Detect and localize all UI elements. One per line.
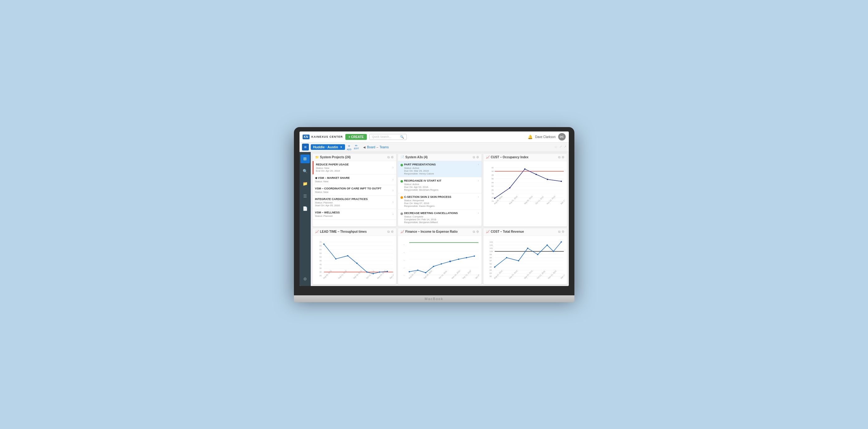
occupancy-header: 📈 CUST – Occupancy Index ⧉ ⚙ <box>484 154 567 161</box>
breadcrumb-teams[interactable]: Teams <box>380 145 389 149</box>
project-item[interactable]: VSM – COORDINATION OF CARE INPT TO OUTPT… <box>313 185 396 196</box>
settings-icon[interactable]: ⚙ <box>391 156 394 159</box>
project-meta: Status: Planned <box>315 201 393 204</box>
secondary-bar: ⊞ Huddle · Austin ▼ + ADD ✏ EDIT <box>300 143 569 152</box>
finance-chart: – – – – – <box>398 235 482 284</box>
a3-item[interactable]: C-SECTION SKIN 2 SKIN PROCESS Status: Re… <box>398 194 482 210</box>
svg-text:55: 55 <box>319 252 322 254</box>
svg-text:92: 92 <box>490 275 492 277</box>
svg-text:Aug 31, 2015: Aug 31, 2015 <box>509 195 518 205</box>
sidebar-icon-doc[interactable]: 📄 <box>301 204 310 213</box>
a3-item[interactable]: REORGANIZE IV START KIT Status: Active D… <box>398 177 482 194</box>
huddle-dropdown[interactable]: Huddle · Austin ▼ <box>311 144 345 150</box>
edit-button[interactable]: ✏ EDIT <box>354 144 359 151</box>
screen-bezel: KN KAINEXUS CENTER + CREATE Quick Search… <box>294 127 575 295</box>
share-icon[interactable]: ↗ <box>564 145 566 149</box>
copy-icon[interactable]: ⧉ <box>558 156 560 159</box>
app-name: KAINEXUS CENTER <box>311 135 343 138</box>
huddle-name: Huddle · Austin <box>313 145 338 149</box>
occupancy-chart: 92 90 88 86 84 82 80 78 76 74 <box>484 161 567 209</box>
a3-meta3: Responsible: Beckham Rogers <box>404 189 477 191</box>
copy-icon[interactable]: ⧉ <box>388 156 390 159</box>
cost-chart: 103 102 101 100 99 98 97 96 95 94 93 <box>484 235 567 284</box>
chevron-right-icon: › <box>478 211 479 214</box>
cost-svg: 103 102 101 100 99 98 97 96 95 94 93 <box>486 237 564 281</box>
a3-title: REORGANIZE IV START KIT <box>404 179 477 182</box>
project-item-left: VSM – COORDINATION OF CARE INPT TO OUTPT… <box>315 187 393 194</box>
search-placeholder: Quick Search... <box>372 135 392 138</box>
add-button[interactable]: + ADD <box>347 144 351 151</box>
project-item[interactable]: REDUCE PAPER USAGE Status: New End On: A… <box>313 161 396 174</box>
a3-item[interactable]: DECREASE MEETING CANCELLATIONS Status: C… <box>398 210 482 226</box>
svg-point-22 <box>509 187 510 189</box>
sidebar-icon-settings[interactable]: ⚙ <box>301 275 310 284</box>
svg-text:–: – <box>404 259 405 261</box>
project-meta: Status: Planned <box>315 214 393 218</box>
project-item[interactable]: INTEGRATE CARDIOLOGY PRACTICES Status: P… <box>313 196 396 209</box>
a3-item[interactable]: PART PRESENTATIONS Status: Active Due On… <box>398 161 482 177</box>
create-button[interactable]: + CREATE <box>345 134 367 140</box>
a3-meta1: Status: Complete <box>404 215 477 218</box>
svg-text:Oct 11, 2015: Oct 11, 2015 <box>535 196 544 205</box>
system-projects-header: 📁 System Projects (24) ⧉ ⚙ <box>313 154 396 161</box>
svg-text:90: 90 <box>492 170 494 172</box>
breadcrumb: ◀ Board – Teams <box>363 145 389 149</box>
search-box[interactable]: Quick Search... 🔍 <box>369 134 407 140</box>
project-item[interactable]: VSM – WELLNESS Status: Planned › <box>313 209 396 220</box>
svg-text:82: 82 <box>492 185 494 187</box>
svg-text:94: 94 <box>490 269 492 271</box>
lead-time-header: 📈 LEAD TIME – Throughput times ⧉ ⚙ <box>313 228 396 235</box>
svg-text:78: 78 <box>492 193 494 195</box>
occupancy-svg: 92 90 88 86 84 82 80 78 76 74 <box>486 163 564 206</box>
svg-text:Sep 30, 2015: Sep 30, 2015 <box>524 195 533 205</box>
settings-icon[interactable]: ⚙ <box>391 230 394 234</box>
svg-point-23 <box>524 168 525 169</box>
project-meta: Status: New <box>315 191 393 194</box>
svg-point-60 <box>386 271 388 272</box>
expand-icon[interactable]: ⤢ <box>559 145 562 149</box>
grid-icon-button[interactable]: ⊞ <box>302 144 309 151</box>
sidebar-bottom: ⚙ <box>301 275 310 284</box>
svg-text:93: 93 <box>490 272 492 274</box>
svg-text:Sep 30, 2015: Sep 30, 2015 <box>353 270 362 279</box>
star-icon[interactable]: ☆ <box>554 145 558 149</box>
sidebar-icon-list[interactable]: ☰ <box>301 192 310 201</box>
svg-text:Oct 11, 2015: Oct 11, 2015 <box>366 270 375 279</box>
copy-icon[interactable]: ⧉ <box>473 230 475 234</box>
system-a3s-panel: 📄 System A3s (4) ⧉ ⚙ <box>398 154 482 227</box>
settings-icon[interactable]: ⚙ <box>562 156 564 159</box>
sidebar-icon-folder[interactable]: 📁 <box>301 179 310 188</box>
system-projects-body: REDUCE PAPER USAGE Status: New End On: A… <box>313 161 396 220</box>
lead-time-panel: 📈 LEAD TIME – Throughput times ⧉ ⚙ 70 <box>313 228 396 284</box>
status-dot <box>401 212 403 215</box>
topbar-right: 🔔 Dave Clarkson DC <box>528 133 566 140</box>
breadcrumb-sep: – <box>376 145 378 149</box>
svg-text:Aug 11, 2015: Aug 11, 2015 <box>338 270 347 279</box>
svg-text:30: 30 <box>319 271 322 273</box>
a3-meta3: Responsible: Karen Rogers <box>404 205 477 207</box>
chevron-right-icon: › <box>393 178 393 181</box>
svg-text:103: 103 <box>490 241 493 243</box>
breadcrumb-board[interactable]: Board <box>367 145 375 149</box>
sidebar-icon-home[interactable]: ⊞ <box>301 155 310 163</box>
panel-actions: ⧉ ⚙ <box>388 156 394 159</box>
svg-point-85 <box>466 257 467 258</box>
project-item[interactable]: ◆ VSM – MARKET SHARE Status: New › <box>313 174 396 185</box>
copy-icon[interactable]: ⧉ <box>473 156 475 159</box>
user-name: Dave Clarkson <box>535 135 556 139</box>
bell-icon[interactable]: 🔔 <box>528 135 533 139</box>
svg-text:Nov 10, 2015: Nov 10, 2015 <box>546 195 556 205</box>
sidebar-icon-search[interactable]: 🔍 <box>301 167 310 176</box>
settings-icon[interactable]: ⚙ <box>476 156 479 159</box>
svg-text:–: – <box>404 251 405 253</box>
copy-icon[interactable]: ⧉ <box>388 230 390 234</box>
lead-time-svg: 70 65 60 55 50 45 40 35 30 25 <box>315 237 394 281</box>
svg-point-81 <box>433 266 434 267</box>
status-dot <box>401 164 403 166</box>
settings-icon[interactable]: ⚙ <box>476 230 479 234</box>
svg-point-84 <box>458 258 459 260</box>
a3-meta1: Status: Active <box>404 183 477 186</box>
svg-text:65: 65 <box>319 244 322 246</box>
copy-icon[interactable]: ⧉ <box>558 230 560 234</box>
settings-icon[interactable]: ⚙ <box>562 230 564 234</box>
